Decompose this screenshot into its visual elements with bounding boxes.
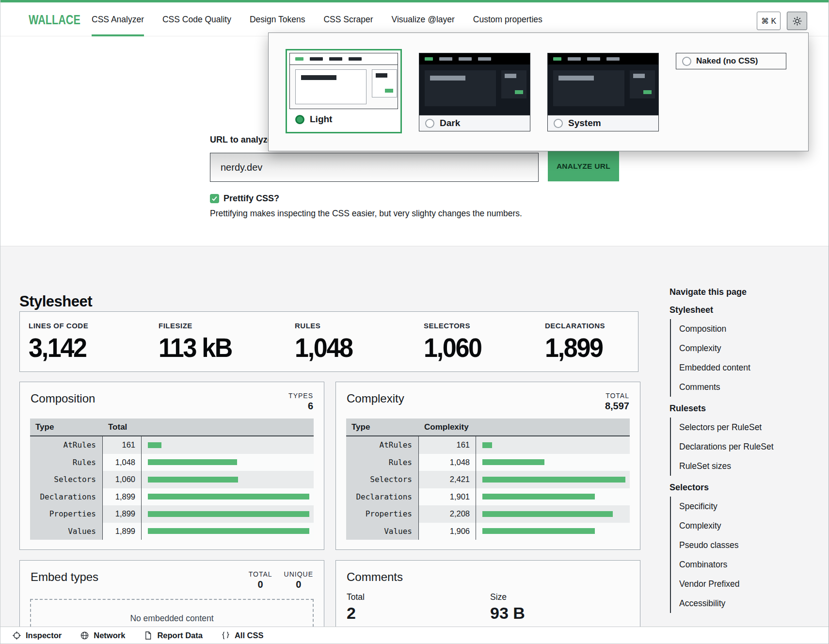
tab-design-tokens[interactable]: Design Tokens bbox=[250, 2, 305, 36]
page-nav-link-complexity[interactable]: Complexity bbox=[679, 516, 810, 535]
theme-preview-thumbnail bbox=[289, 53, 398, 109]
field-value: 93 B bbox=[490, 604, 525, 623]
page-nav-link-accessibility[interactable]: Accessibility bbox=[679, 594, 810, 613]
value-bar bbox=[148, 477, 238, 483]
page-nav-link-ruleset-sizes[interactable]: RuleSet sizes bbox=[679, 456, 810, 476]
page-nav-link-combinators[interactable]: Combinators bbox=[679, 555, 810, 574]
row-value-cell: 1,899 bbox=[103, 523, 142, 540]
network-icon bbox=[80, 631, 89, 640]
meta-label: TOTAL bbox=[249, 570, 272, 578]
thumbnail-main-box bbox=[295, 69, 367, 104]
table-row-declarations: Declarations1,901 bbox=[346, 488, 630, 506]
row-bar-cell bbox=[142, 436, 314, 454]
row-value-cell: 2,208 bbox=[419, 505, 476, 523]
types-value: 6 bbox=[288, 401, 313, 412]
page-nav-link-selectors-per-ruleset[interactable]: Selectors per RuleSet bbox=[679, 418, 810, 437]
theme-option-light[interactable]: Light bbox=[286, 49, 402, 133]
theme-option-dark[interactable]: Dark bbox=[419, 53, 530, 131]
table-header-row: TypeTotal bbox=[30, 419, 314, 436]
command-k-shortcut-button[interactable]: ⌘ K bbox=[757, 12, 781, 30]
stat-label: DECLARATIONS bbox=[545, 322, 607, 330]
row-value-cell: 1,901 bbox=[419, 488, 476, 506]
value-bar bbox=[482, 494, 595, 499]
stat-value: 113 kB bbox=[159, 332, 232, 363]
theme-option-label: System bbox=[568, 118, 601, 129]
inspector-icon bbox=[12, 631, 21, 640]
thumbnail-nav-chip bbox=[568, 57, 581, 61]
bottom-tab-all-css[interactable]: All CSS bbox=[221, 631, 264, 640]
page-nav-link-vendor-prefixed[interactable]: Vendor Prefixed bbox=[679, 574, 810, 594]
theme-option-naked-no-css[interactable]: Naked (no CSS) bbox=[676, 53, 786, 69]
tab-css-scraper[interactable]: CSS Scraper bbox=[323, 2, 373, 36]
thumbnail-navbar bbox=[419, 53, 530, 64]
page-nav-link-comments[interactable]: Comments bbox=[679, 377, 810, 397]
row-bar-cell bbox=[142, 454, 314, 471]
table-row-selectors: Selectors2,421 bbox=[346, 471, 630, 488]
page-nav-link-specificity[interactable]: Specificity bbox=[679, 497, 810, 516]
row-value-cell: 1,060 bbox=[103, 471, 142, 488]
tab-visualize-layer[interactable]: Visualize @layer bbox=[392, 2, 455, 36]
table-row-selectors: Selectors1,060 bbox=[30, 471, 314, 488]
bottom-tab-label: Report Data bbox=[157, 631, 203, 640]
column-header-total: Total bbox=[103, 419, 142, 435]
row-type-cell: Properties bbox=[30, 505, 103, 523]
page-nav-heading-stylesheet[interactable]: Stylesheet bbox=[670, 305, 810, 315]
page-nav-link-pseudo-classes[interactable]: Pseudo classes bbox=[679, 535, 810, 555]
stat-value: 1,899 bbox=[545, 332, 603, 363]
value-bar bbox=[482, 511, 613, 517]
stat-filesize: FILESIZE113 kB bbox=[159, 322, 238, 363]
value-bar bbox=[148, 494, 309, 499]
bottom-tab-inspector[interactable]: Inspector bbox=[12, 631, 62, 640]
thumbnail-main-box bbox=[553, 70, 624, 106]
field-value: 2 bbox=[347, 604, 365, 623]
page-nav-heading-selectors[interactable]: Selectors bbox=[670, 483, 810, 493]
page-nav-group-rulesets: Selectors per RuleSetDeclarations per Ru… bbox=[670, 418, 810, 476]
page-nav-link-composition[interactable]: Composition bbox=[679, 319, 810, 338]
thumbnail-text-bar bbox=[558, 76, 594, 80]
page-nav-group-selectors: SpecificityComplexityPseudo classesCombi… bbox=[670, 497, 810, 613]
page-nav-heading-rulesets[interactable]: Rulesets bbox=[670, 403, 810, 414]
bottom-tab-label: Inspector bbox=[26, 631, 62, 640]
table-row-rules: Rules1,048 bbox=[30, 454, 314, 471]
thumbnail-nav-chip bbox=[329, 57, 342, 61]
thumbnail-nav-chip bbox=[310, 57, 323, 61]
url-input[interactable] bbox=[210, 153, 539, 182]
bottom-toolbar: InspectorNetworkReport DataAll CSS bbox=[0, 627, 829, 644]
row-bar-cell bbox=[142, 523, 314, 540]
page-nav-link-embedded-content[interactable]: Embedded content bbox=[679, 358, 810, 377]
embed-meta-total: TOTAL0 bbox=[249, 570, 272, 590]
row-value-cell: 1,048 bbox=[103, 454, 142, 471]
thumbnail-side-chip bbox=[376, 73, 387, 78]
wallace-app-window: WALLACE CSS AnalyzerCSS Code QualityDesi… bbox=[0, 0, 829, 644]
thumbnail-green-chip bbox=[643, 90, 652, 94]
row-type-cell: Properties bbox=[346, 505, 419, 523]
stat-value: 3,142 bbox=[29, 332, 86, 363]
row-value-cell: 1,899 bbox=[103, 488, 142, 506]
row-type-cell: Declarations bbox=[346, 488, 419, 506]
bottom-tab-report-data[interactable]: Report Data bbox=[143, 631, 203, 640]
thumbnail-logo-chip bbox=[425, 57, 433, 61]
thumbnail-navbar bbox=[548, 53, 658, 64]
theme-option-system[interactable]: System bbox=[547, 53, 659, 131]
theme-toggle-button[interactable] bbox=[787, 12, 807, 30]
types-label: TYPES bbox=[288, 392, 313, 400]
row-value-cell: 161 bbox=[103, 436, 142, 454]
page-nav-link-complexity[interactable]: Complexity bbox=[679, 338, 810, 358]
row-bar-cell bbox=[142, 488, 314, 506]
value-bar bbox=[482, 442, 492, 448]
row-type-cell: Rules bbox=[346, 454, 419, 471]
analyze-url-button[interactable]: ANALYZE URL bbox=[548, 151, 619, 181]
tab-custom-properties[interactable]: Custom properties bbox=[473, 2, 542, 36]
composition-card: Composition TYPES 6 TypeTotalAtRules161R… bbox=[19, 382, 324, 550]
row-value-cell: 2,421 bbox=[419, 471, 476, 488]
column-header-type: Type bbox=[346, 419, 419, 435]
table-row-atrules: AtRules161 bbox=[30, 436, 314, 454]
tab-css-analyzer[interactable]: CSS Analyzer bbox=[92, 2, 144, 36]
prettify-checkbox[interactable] bbox=[210, 194, 219, 203]
tab-css-code-quality[interactable]: CSS Code Quality bbox=[162, 2, 231, 36]
page-nav-link-declarations-per-ruleset[interactable]: Declarations per RuleSet bbox=[679, 437, 810, 456]
complexity-table: TypeComplexityAtRules161Rules1,048Select… bbox=[346, 419, 630, 540]
bottom-tab-network[interactable]: Network bbox=[80, 631, 125, 640]
page-navigation-sidebar: Navigate this page StylesheetComposition… bbox=[670, 287, 810, 616]
meta-label: UNIQUE bbox=[284, 570, 313, 578]
